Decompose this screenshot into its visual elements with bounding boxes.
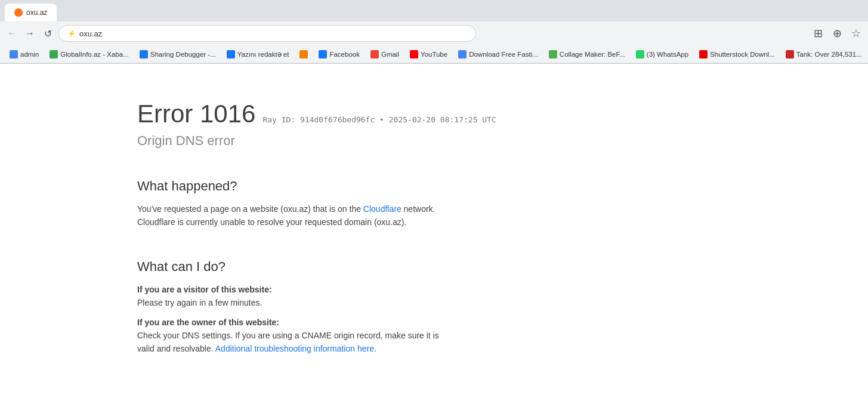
bookmark-label: Gmail xyxy=(381,51,399,58)
bookmark-favicon xyxy=(299,50,308,58)
bookmark-item-b6[interactable]: Facebook xyxy=(314,49,365,60)
section2-body: If you are a visitor of this website: Pl… xyxy=(137,283,441,356)
section-what-to-do: What can I do? If you are a visitor of t… xyxy=(137,259,597,356)
bookmark-favicon xyxy=(319,50,327,58)
bookmark-label: (3) WhatsApp xyxy=(647,51,688,58)
bookmark-item-b10[interactable]: Collage Maker: BeF... xyxy=(544,49,630,60)
bookmark-item-b8[interactable]: YouTube xyxy=(405,49,452,60)
section1-title: What happened? xyxy=(137,178,597,194)
bookmark-label: Sharing Debugger -... xyxy=(150,51,216,58)
bookmark-item-b2[interactable]: GlobalInfo.az - Xaba... xyxy=(45,49,133,60)
bookmark-item-b9[interactable]: Download Free Fasti... xyxy=(453,49,543,60)
bookmark-favicon xyxy=(227,50,235,58)
address-bar-row: ← → ↺ ⚡ oxu.az ⊞ ⊕ ☆ xyxy=(0,21,868,45)
error-code: Error 1016 xyxy=(137,100,255,128)
lock-icon: ⚡ xyxy=(67,30,76,38)
bookmark-favicon xyxy=(458,50,467,58)
owner-label: If you are the owner of this website: xyxy=(137,318,279,327)
owner-body: Check your DNS settings. If you are usin… xyxy=(137,329,441,356)
zoom-icon[interactable]: ⊕ xyxy=(830,26,844,41)
bookmark-item-b13[interactable]: Tank: Over 284,531... xyxy=(781,49,867,60)
ray-id: Ray ID: 914d0f676bed96fc • 2025-02-20 08… xyxy=(262,115,496,124)
forward-button[interactable]: → xyxy=(23,26,37,41)
error-subtitle: Origin DNS error xyxy=(137,133,597,149)
bookmark-item-b12[interactable]: Shutterstock Downl... xyxy=(694,49,780,60)
section-what-happened: What happened? You've requested a page o… xyxy=(137,178,597,229)
bookmark-label: Yazını redaktə et xyxy=(237,50,289,58)
bookmark-item-b5[interactable] xyxy=(295,49,313,60)
bookmarks-bar: adminGlobalInfo.az - Xaba...Sharing Debu… xyxy=(0,45,868,63)
tab-bar: oxu.az xyxy=(0,0,868,21)
tab-favicon xyxy=(14,8,23,17)
address-text: oxu.az xyxy=(79,29,102,38)
bookmark-item-b4[interactable]: Yazını redaktə et xyxy=(222,49,294,60)
active-tab[interactable]: oxu.az xyxy=(5,4,57,21)
error-header: Error 1016 Ray ID: 914d0f676bed96fc • 20… xyxy=(137,100,597,149)
browser-toolbar-icons: ⊞ ⊕ ☆ xyxy=(811,26,863,41)
bookmark-label: Tank: Over 284,531... xyxy=(796,51,862,58)
address-input[interactable]: ⚡ oxu.az xyxy=(58,25,476,42)
bookmark-favicon xyxy=(410,50,418,58)
bookmark-favicon xyxy=(699,50,708,58)
bookmark-favicon xyxy=(140,50,148,58)
bookmark-label: Collage Maker: BeF... xyxy=(560,51,625,58)
reload-button[interactable]: ↺ xyxy=(41,26,55,41)
section2-title: What can I do? xyxy=(137,259,597,275)
section1-body: You've requested a page on a website (ox… xyxy=(137,202,441,229)
page-content: Error 1016 Ray ID: 914d0f676bed96fc • 20… xyxy=(0,64,597,419)
visitor-label: If you are a visitor of this website: xyxy=(137,285,272,294)
bookmark-favicon xyxy=(636,50,644,58)
bookmark-favicon xyxy=(549,50,557,58)
bookmark-label: YouTube xyxy=(421,51,447,58)
bookmark-label: Facebook xyxy=(329,51,360,58)
bookmark-item-b11[interactable]: (3) WhatsApp xyxy=(631,49,693,60)
browser-chrome: oxu.az ← → ↺ ⚡ oxu.az ⊞ ⊕ ☆ adminGlobalI… xyxy=(0,0,868,64)
cloudflare-link[interactable]: Cloudflare xyxy=(363,204,401,214)
extensions-icon[interactable]: ⊞ xyxy=(811,26,825,41)
bookmark-favicon xyxy=(370,50,379,58)
bookmark-item-b3[interactable]: Sharing Debugger -... xyxy=(135,49,221,60)
back-button[interactable]: ← xyxy=(5,26,19,41)
visitor-text: Please try again in a few minutes. xyxy=(137,296,441,309)
bookmark-label: GlobalInfo.az - Xaba... xyxy=(60,51,128,58)
star-icon[interactable]: ☆ xyxy=(849,26,863,41)
bookmark-item-b7[interactable]: Gmail xyxy=(366,49,404,60)
bookmark-favicon xyxy=(50,50,58,58)
tab-title: oxu.az xyxy=(26,8,47,17)
error-title: Error 1016 Ray ID: 914d0f676bed96fc • 20… xyxy=(137,100,597,128)
bookmark-label: Download Free Fasti... xyxy=(469,51,538,58)
bookmark-label: admin xyxy=(20,51,39,58)
bookmark-favicon xyxy=(10,50,18,58)
bookmark-favicon xyxy=(786,50,794,58)
bookmark-label: Shutterstock Downl... xyxy=(710,51,775,58)
bookmark-item-b1[interactable]: admin xyxy=(5,49,44,60)
troubleshooting-link[interactable]: Additional troubleshooting information h… xyxy=(215,344,376,353)
section1-text-before: You've requested a page on a website (ox… xyxy=(137,204,363,214)
